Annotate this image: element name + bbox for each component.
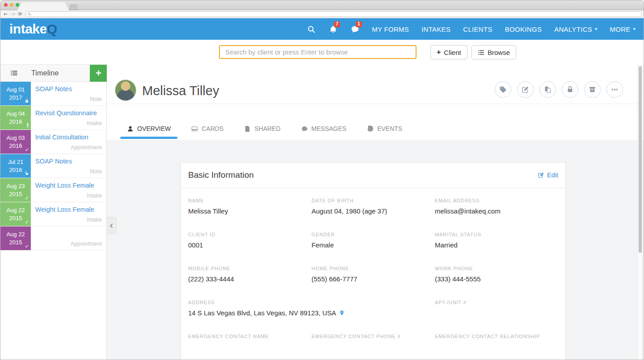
messages-button[interactable]: 1: [351, 25, 359, 33]
archive-button[interactable]: [584, 81, 601, 98]
nav-intakes[interactable]: INTAKES: [421, 25, 450, 33]
tab-shared[interactable]: SHARED: [237, 117, 287, 140]
field-value: (333) 444-5555: [435, 275, 558, 283]
tab-label: SHARED: [254, 125, 280, 132]
duplicate-button[interactable]: [539, 81, 556, 98]
timeline-item-title[interactable]: Initial Consultation: [35, 134, 88, 141]
field-client-id: CLIENT ID 0001: [188, 232, 311, 253]
credit-card-icon: [191, 126, 198, 132]
timeline-item-body: Revisit Questionnaire Intake: [31, 106, 106, 130]
address-text: 14 S Las Vegas Blvd, Las Vegas, NV 89123…: [188, 309, 336, 317]
timeline-item[interactable]: Aug 23 2015 ✓ Weight Loss Female Intake: [0, 178, 106, 202]
timeline-item[interactable]: Aug 22 2015 ✓ Appointment: [0, 226, 106, 251]
chevron-down-icon: ▾: [633, 27, 636, 31]
edit-link-label: Edit: [547, 172, 558, 179]
edit-basic-info-link[interactable]: Edit: [538, 172, 558, 179]
field-label: WORK PHONE: [435, 266, 558, 271]
notifications-button[interactable]: 7: [329, 25, 337, 33]
timeline-item[interactable]: Aug 01 2017 SOAP Notes Note: [0, 82, 106, 106]
browser-tab[interactable]: [17, 2, 69, 10]
timeline-item[interactable]: Jul 21 2016 SOAP Notes Note: [0, 154, 106, 178]
nav-label: CLIENTS: [463, 25, 492, 33]
timeline-item[interactable]: Aug 04 2016 ! Revisit Questionnaire Inta…: [0, 106, 106, 130]
nav-label: BOOKINGS: [505, 25, 542, 33]
tab-label: MESSAGES: [311, 125, 347, 132]
nav-my-forms[interactable]: MY FORMS: [372, 25, 409, 33]
nav-more[interactable]: MORE▾: [610, 25, 636, 33]
reload-icon[interactable]: ⟳: [18, 12, 22, 17]
browse-button[interactable]: Browse: [471, 45, 516, 59]
nav-analytics[interactable]: ANALYTICS▾: [554, 25, 597, 33]
header-right-cluster: 7 1 MY FORMS INTAKES CLIENTS BOOKINGS AN…: [294, 25, 636, 33]
timeline-item-type: Intake: [87, 217, 102, 223]
client-detail-panel: Melissa Tilley OVERVIEW CARDS: [107, 64, 644, 360]
sidebar-collapse-button[interactable]: [106, 217, 117, 234]
search-icon: [307, 25, 316, 33]
client-search-input[interactable]: [219, 45, 417, 59]
card-title: Basic Information: [188, 170, 254, 180]
minimize-window-button[interactable]: [10, 3, 13, 7]
nav-label: ANALYTICS: [554, 25, 592, 33]
field-label: EMERGENCY CONTACT NAME: [188, 334, 311, 339]
tab-overview[interactable]: OVERVIEW: [120, 117, 177, 140]
timeline-add-button[interactable]: +: [90, 65, 107, 82]
tab-events[interactable]: EVENTS: [360, 117, 409, 140]
field-value: 0001: [188, 241, 311, 249]
nav-bookings[interactable]: BOOKINGS: [505, 25, 542, 33]
new-tab-button[interactable]: [68, 4, 78, 10]
lock-button[interactable]: [562, 81, 578, 98]
close-window-button[interactable]: [4, 3, 8, 7]
edit-button[interactable]: [517, 81, 534, 98]
timeline-item-title[interactable]: Revisit Questionnaire: [35, 109, 97, 117]
timeline-date-badge: Aug 04 2016 !: [0, 106, 31, 130]
ellipsis-icon: [611, 86, 619, 93]
field-label: EMERGENCY CONTACT PHONE #: [311, 334, 435, 339]
more-button[interactable]: [606, 81, 623, 98]
field-label: ADDRESS: [188, 300, 435, 305]
timeline-item-title[interactable]: Weight Loss Female: [35, 206, 94, 213]
add-client-button[interactable]: + Client: [430, 45, 467, 59]
nav-clients[interactable]: CLIENTS: [463, 25, 492, 33]
tab-label: CARDS: [202, 125, 223, 132]
check-icon: ✓: [25, 196, 29, 201]
timeline-item-title[interactable]: Weight Loss Female: [35, 182, 94, 189]
url-input[interactable]: [25, 11, 642, 17]
zoom-window-button[interactable]: [16, 3, 19, 7]
edit-icon: [522, 86, 529, 93]
chevron-down-icon: ▾: [595, 27, 597, 31]
field-value: [311, 343, 435, 351]
scrollbar-thumb[interactable]: [639, 66, 642, 253]
person-icon: [127, 126, 134, 132]
chat-bubble-icon: [301, 126, 308, 132]
timeline-item-body: Initial Consultation Appointment: [31, 130, 106, 154]
tab-label: OVERVIEW: [137, 125, 171, 132]
field-value: 14 S Las Vegas Blvd, Las Vegas, NV 89123…: [188, 309, 435, 317]
timeline-date-badge: Aug 22 2015 ✓: [0, 202, 31, 226]
field-value: Female: [311, 241, 435, 249]
notification-count-badge: 7: [334, 21, 340, 27]
field-value: (555) 666-7777: [311, 275, 435, 283]
global-search-button[interactable]: [307, 25, 316, 33]
intakeq-logo[interactable]: intakeQ: [9, 22, 57, 36]
back-icon[interactable]: ←: [4, 12, 8, 17]
timeline-date-badge: Aug 01 2017: [0, 82, 31, 105]
timeline-date-badge: Aug 23 2015 ✓: [0, 178, 31, 202]
timeline-item-title[interactable]: SOAP Notes: [35, 158, 72, 165]
field-label: MARITAL STATUS: [435, 232, 558, 237]
unlock-icon: [25, 171, 29, 176]
tab-messages[interactable]: MESSAGES: [295, 117, 354, 140]
field-value: [188, 343, 311, 351]
timeline-item[interactable]: Aug 03 2016 ✓ Initial Consultation Appoi…: [0, 130, 106, 154]
tab-cards[interactable]: CARDS: [185, 117, 230, 140]
scrollbar-track[interactable]: [637, 64, 643, 360]
field-label: GENDER: [311, 232, 435, 237]
forward-icon[interactable]: →: [11, 12, 15, 17]
timeline-date: Aug 01: [0, 86, 31, 94]
timeline-date-badge: Aug 03 2016 ✓: [0, 130, 31, 154]
client-avatar[interactable]: [115, 80, 136, 101]
tag-button[interactable]: [495, 81, 511, 98]
timeline-item-title[interactable]: SOAP Notes: [35, 85, 72, 92]
map-pin-icon[interactable]: [339, 310, 345, 316]
overview-content: Basic Information Edit NAME Melissa Till…: [107, 140, 644, 360]
timeline-item[interactable]: Aug 22 2015 ✓ Weight Loss Female Intake: [0, 202, 106, 226]
